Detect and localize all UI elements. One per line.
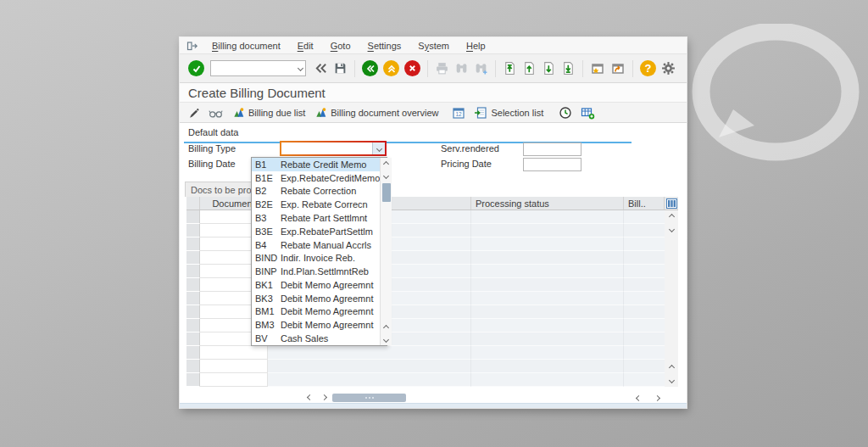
dropdown-item-bm3[interactable]: BM3Debit Memo Agreemnt xyxy=(252,318,380,332)
processing-status-cell xyxy=(471,319,624,332)
command-field[interactable] xyxy=(210,60,306,76)
dropdown-item-b3e[interactable]: B3EExp.RebatePartSettlm xyxy=(252,225,380,238)
document-cell[interactable] xyxy=(200,346,268,360)
table-horizontal-scrollbar[interactable] xyxy=(303,392,406,403)
serv-rendered-field[interactable] xyxy=(523,142,581,156)
scroll-down-icon[interactable] xyxy=(381,333,392,345)
exit-button[interactable] xyxy=(383,60,399,76)
billing-due-list-label: Billing due list xyxy=(248,108,305,118)
billing-type-combobox[interactable] xyxy=(280,141,387,156)
schedule-clock-button[interactable] xyxy=(559,106,572,120)
document-cell[interactable] xyxy=(200,373,268,387)
bill-cell xyxy=(624,251,665,265)
dropdown-item-binp[interactable]: BINPInd.Plan.SettlmntReb xyxy=(252,265,380,278)
system-menu-icon[interactable] xyxy=(186,40,198,52)
previous-page-button[interactable] xyxy=(522,61,537,75)
row-selector[interactable] xyxy=(186,265,200,278)
scroll-up-icon[interactable] xyxy=(381,158,392,170)
collapse-toolbar-icon[interactable] xyxy=(314,61,328,75)
middle-cell xyxy=(268,360,471,373)
dropdown-item-b4[interactable]: B4Rebate Manual Accrls xyxy=(252,238,380,252)
bill-cell xyxy=(624,319,665,332)
scroll-right-icon[interactable] xyxy=(651,393,663,403)
header-processing-status[interactable]: Processing status xyxy=(471,197,624,210)
create-shortcut-button[interactable] xyxy=(610,61,626,76)
scroll-up-icon[interactable] xyxy=(665,361,678,374)
processing-status-cell xyxy=(471,210,624,224)
selection-list-button[interactable]: Selection list xyxy=(474,106,543,120)
dropdown-item-bk1[interactable]: BK1Debit Memo Agreemnt xyxy=(252,278,380,292)
row-selector[interactable] xyxy=(186,319,200,332)
row-selector[interactable] xyxy=(186,346,200,360)
billing-type-dropdown-button[interactable] xyxy=(372,142,385,154)
edit-button[interactable] xyxy=(187,106,200,119)
dropdown-item-bind[interactable]: BINDIndir. Invoice Reb. xyxy=(252,251,380,265)
menu-system[interactable]: System xyxy=(418,41,449,51)
billing-date-label: Billing Date xyxy=(188,159,236,169)
dropdown-item-b3[interactable]: B3Rebate Part Settlmnt xyxy=(252,211,380,225)
row-selector[interactable] xyxy=(186,210,200,224)
scroll-up-icon[interactable] xyxy=(665,210,678,223)
new-session-button[interactable] xyxy=(590,61,605,76)
cancel-button[interactable] xyxy=(404,60,420,76)
scroll-left-icon[interactable] xyxy=(632,393,644,403)
speech-bubble-watermark xyxy=(691,24,860,166)
pricing-date-field[interactable] xyxy=(523,158,581,171)
scroll-right-icon[interactable] xyxy=(318,393,330,403)
first-page-button[interactable] xyxy=(503,61,517,75)
row-selector[interactable] xyxy=(186,373,200,387)
dropdown-item-b1e[interactable]: B1EExp.RebateCreditMemo xyxy=(252,171,380,185)
header-bill[interactable]: Bill.. xyxy=(624,197,665,210)
dropdown-item-b2[interactable]: B2Rebate Correction xyxy=(252,185,380,198)
table-vertical-scrollbar[interactable] xyxy=(665,210,678,387)
row-selector[interactable] xyxy=(186,224,200,237)
row-selector[interactable] xyxy=(186,360,200,373)
billing-type-input[interactable] xyxy=(281,142,372,154)
processing-status-cell xyxy=(471,278,624,292)
row-selector[interactable] xyxy=(186,278,200,292)
row-selector[interactable] xyxy=(186,237,200,251)
dropdown-item-bk3[interactable]: BK3Debit Memo Agreemnt xyxy=(252,292,380,305)
help-button[interactable]: ? xyxy=(640,60,656,76)
menu-goto[interactable]: Goto xyxy=(331,41,351,51)
menu-edit[interactable]: Edit xyxy=(298,41,314,51)
application-toolbar: Billing due list Billing document overvi… xyxy=(180,103,687,123)
menu-bar: Billing documentEditGotoSettingsSystemHe… xyxy=(180,37,687,54)
document-cell[interactable] xyxy=(200,360,268,373)
menu-help[interactable]: Help xyxy=(466,41,486,51)
dropdown-scrollbar[interactable] xyxy=(380,158,392,345)
last-page-button[interactable] xyxy=(561,61,576,75)
scroll-down-icon[interactable] xyxy=(381,170,392,182)
enter-button[interactable] xyxy=(188,60,204,76)
scroll-left-icon[interactable] xyxy=(303,393,315,403)
dropdown-item-bm1[interactable]: BM1Debit Memo Agreemnt xyxy=(252,305,380,319)
command-field-wrap xyxy=(210,60,306,76)
save-button[interactable] xyxy=(333,61,348,75)
dropdown-item-b1[interactable]: B1Rebate Credit Memo xyxy=(252,158,380,171)
billing-document-overview-button[interactable]: Billing document overview xyxy=(314,106,438,119)
next-page-button[interactable] xyxy=(542,61,556,75)
dropdown-scrollbar-thumb[interactable] xyxy=(382,183,391,202)
scroll-up-icon[interactable] xyxy=(381,321,392,333)
back-button[interactable] xyxy=(362,60,378,76)
display-button[interactable] xyxy=(209,107,223,119)
add-table-button[interactable] xyxy=(581,106,595,120)
table-settings-icon[interactable] xyxy=(665,197,678,210)
billing-due-list-button[interactable]: Billing due list xyxy=(231,106,305,119)
dropdown-item-bv[interactable]: BVCash Sales xyxy=(252,332,380,345)
dropdown-item-b2e[interactable]: B2EExp. Rebate Correcn xyxy=(252,198,380,211)
row-selector[interactable] xyxy=(186,305,200,319)
header-select-all[interactable] xyxy=(186,197,200,210)
row-selector[interactable] xyxy=(186,251,200,265)
customize-layout-button[interactable] xyxy=(661,61,676,75)
screen-horizontal-scroll[interactable] xyxy=(632,393,663,403)
scroll-down-icon[interactable] xyxy=(665,223,678,236)
menu-billing-document[interactable]: Billing document xyxy=(212,41,281,51)
horizontal-scrollbar-thumb[interactable] xyxy=(332,394,406,402)
tab-default-data[interactable]: Default data xyxy=(188,127,238,137)
row-selector[interactable] xyxy=(186,292,200,305)
menu-settings[interactable]: Settings xyxy=(368,41,402,51)
scroll-down-icon[interactable] xyxy=(665,374,678,387)
row-selector[interactable] xyxy=(186,332,200,346)
billing-date-calendar-button[interactable]: 12 xyxy=(452,106,465,120)
